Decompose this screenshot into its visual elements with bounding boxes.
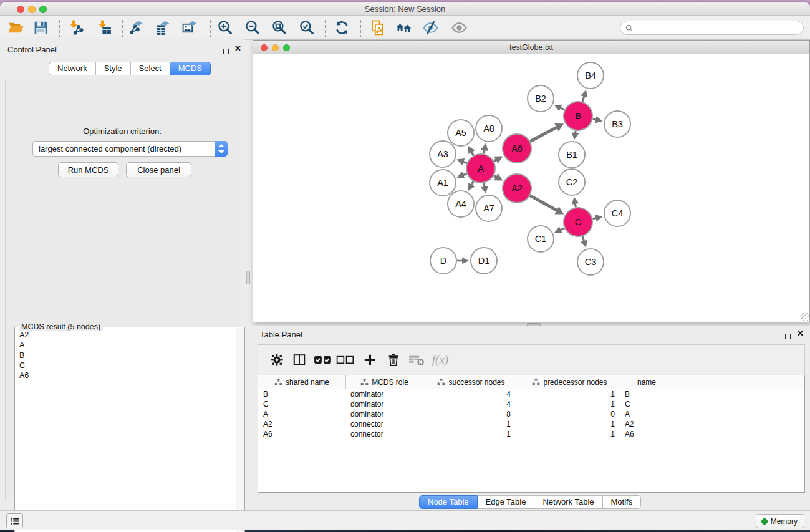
- cell-predecessor_nodes[interactable]: 0: [519, 409, 620, 419]
- tab-network[interactable]: Network: [49, 62, 96, 75]
- zoom-out-button[interactable]: [242, 17, 263, 38]
- tab-motifs[interactable]: Motifs: [603, 495, 642, 509]
- column-header-predecessor-nodes[interactable]: predecessor nodes: [519, 375, 620, 389]
- export-network-button[interactable]: [125, 17, 147, 38]
- cell-predecessor_nodes[interactable]: 1: [519, 399, 620, 409]
- column-header-name[interactable]: name: [620, 375, 673, 389]
- zoom-selected-button[interactable]: [296, 17, 317, 38]
- cell-mcds_role[interactable]: dominator: [345, 409, 423, 419]
- export-table-button[interactable]: [152, 17, 173, 38]
- zoom-fit-button[interactable]: [269, 17, 290, 38]
- cell-name[interactable]: A: [620, 409, 673, 419]
- cell-predecessor_nodes[interactable]: 1: [519, 429, 620, 439]
- graph-edge-A6-B[interactable]: [530, 127, 557, 141]
- cell-name[interactable]: A6: [620, 429, 673, 439]
- cell-mcds_role[interactable]: dominator: [345, 399, 423, 409]
- table-float-panel-icon[interactable]: [785, 331, 791, 342]
- cell-successor_nodes[interactable]: 4: [423, 389, 519, 399]
- memory-button[interactable]: Memory: [756, 514, 804, 528]
- tab-mcds[interactable]: MCDS: [170, 62, 211, 75]
- gear-button[interactable]: [267, 350, 287, 370]
- search-input[interactable]: [634, 24, 803, 32]
- table-row[interactable]: Cdominator41C: [258, 399, 804, 409]
- tab-style[interactable]: Style: [96, 62, 131, 75]
- cell-predecessor_nodes[interactable]: 1: [519, 389, 620, 399]
- graph-node-label: C2: [566, 177, 578, 187]
- table-row[interactable]: A6connector11A6: [258, 429, 804, 439]
- show-all-button[interactable]: [448, 17, 470, 38]
- run-mcds-button[interactable]: Run MCDS: [58, 162, 118, 177]
- column-header-MCDS-role[interactable]: MCDS role: [345, 375, 423, 389]
- app-titlebar[interactable]: Session: New Session: [0, 2, 810, 16]
- cell-mcds_role[interactable]: dominator: [345, 389, 423, 399]
- first-neighbors-button[interactable]: [393, 17, 414, 38]
- task-history-button[interactable]: [6, 513, 23, 528]
- criterion-dropdown[interactable]: largest connected component (directed): [32, 141, 228, 157]
- column-header-shared-name[interactable]: shared name: [258, 375, 345, 389]
- column-header-successor-nodes[interactable]: successor nodes: [423, 375, 519, 389]
- cell-successor_nodes[interactable]: 1: [423, 429, 519, 439]
- export-image-button[interactable]: [179, 17, 200, 38]
- tab-network-table[interactable]: Network Table: [534, 495, 602, 509]
- add-button[interactable]: [360, 350, 380, 370]
- graph-edge-arrowhead: [595, 116, 602, 123]
- new-network-icon: [370, 19, 387, 36]
- mcds-result-item[interactable]: A2: [16, 330, 236, 340]
- cell-successor_nodes[interactable]: 1: [423, 419, 519, 429]
- network-graph[interactable]: B4B2BB3A8A5A6A3B1AC2A1A2A4A7C4CC1C3DD1: [253, 55, 809, 322]
- import-table-button[interactable]: [94, 17, 115, 38]
- graph-node-label: A6: [511, 143, 523, 153]
- table-row[interactable]: Adominator80A: [258, 409, 804, 419]
- zoom-in-button[interactable]: [215, 17, 236, 38]
- new-network-button[interactable]: [367, 17, 388, 38]
- mcds-result-item[interactable]: A6: [16, 370, 236, 380]
- main-toolbar: [0, 16, 810, 40]
- graph-edge-arrowhead: [481, 143, 488, 152]
- save-button[interactable]: [30, 17, 51, 38]
- mcds-result-item[interactable]: C: [16, 360, 236, 370]
- mcds-result-box: MCDS result (5 nodes) A2ABCA6: [14, 327, 245, 532]
- cell-name[interactable]: B: [620, 389, 673, 399]
- vertical-splitter-handle[interactable]: [246, 271, 250, 284]
- tab-node-table[interactable]: Node Table: [419, 495, 478, 509]
- hide-selected-button[interactable]: [420, 17, 441, 38]
- cell-mcds_role[interactable]: connector: [345, 429, 423, 439]
- deselect-all-button[interactable]: [335, 350, 355, 370]
- graph-edge-A2-C[interactable]: [530, 196, 558, 211]
- dropdown-stepper-icon: [215, 141, 228, 157]
- window-resize-grip[interactable]: [801, 313, 809, 321]
- table-row[interactable]: Bdominator41B: [258, 389, 804, 399]
- cell-shared_name[interactable]: C: [258, 399, 345, 409]
- mcds-result-item[interactable]: B: [16, 351, 236, 360]
- table-close-panel-icon[interactable]: ✕: [797, 331, 804, 336]
- network-canvas[interactable]: B4B2BB3A8A5A6A3B1AC2A1A2A4A7C4CC1C3DD1: [253, 55, 809, 322]
- split-columns-button[interactable]: [289, 350, 309, 370]
- mcds-result-item[interactable]: A: [16, 340, 236, 350]
- tab-select[interactable]: Select: [131, 62, 170, 75]
- float-panel-icon[interactable]: [223, 46, 229, 57]
- cell-name[interactable]: C: [620, 399, 673, 409]
- table-row[interactable]: A2connector11A2: [258, 419, 804, 429]
- cell-shared_name[interactable]: A6: [258, 429, 345, 439]
- cell-predecessor_nodes[interactable]: 1: [519, 419, 620, 429]
- result-scrollbar[interactable]: [236, 328, 244, 532]
- open-file-button[interactable]: [5, 17, 26, 38]
- delete-button[interactable]: [383, 350, 403, 370]
- refresh-layout-button[interactable]: [331, 17, 352, 38]
- save-icon: [32, 19, 49, 36]
- network-window-titlebar[interactable]: testGlobe.txt: [253, 41, 809, 54]
- cell-name[interactable]: A2: [620, 419, 673, 429]
- cell-shared_name[interactable]: A: [258, 409, 345, 419]
- cell-shared_name[interactable]: A2: [258, 419, 345, 429]
- search-field[interactable]: [620, 21, 804, 35]
- close-panel-icon[interactable]: ✕: [234, 46, 241, 51]
- close-panel-button[interactable]: Close panel: [126, 162, 191, 177]
- tab-edge-table[interactable]: Edge Table: [478, 495, 535, 509]
- cell-mcds_role[interactable]: connector: [345, 419, 423, 429]
- cell-successor_nodes[interactable]: 8: [423, 409, 519, 419]
- select-all-button[interactable]: [313, 350, 333, 370]
- graph-node-label: A1: [437, 178, 448, 188]
- import-network-button[interactable]: [65, 17, 86, 38]
- cell-shared_name[interactable]: B: [258, 389, 345, 399]
- cell-successor_nodes[interactable]: 4: [423, 399, 519, 409]
